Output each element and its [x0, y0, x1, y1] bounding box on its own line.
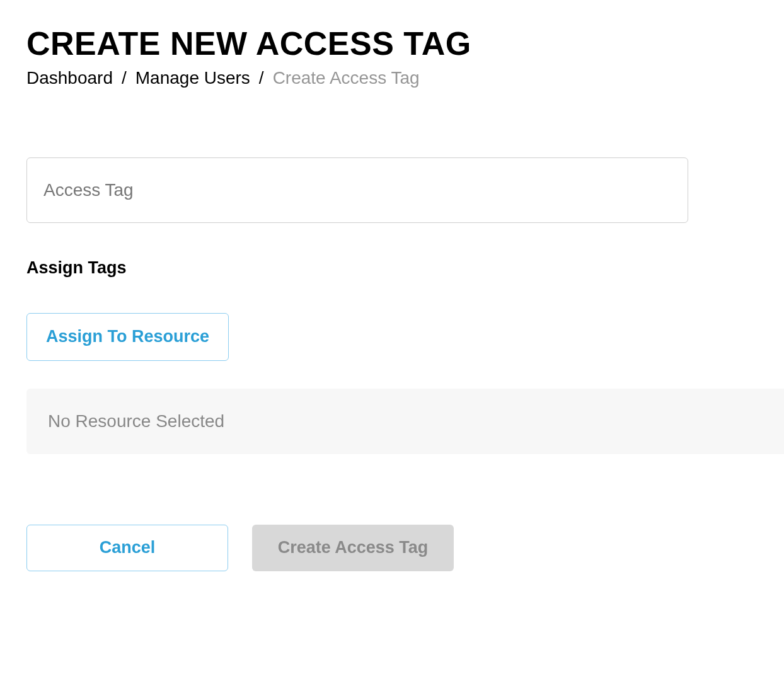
- access-tag-input[interactable]: [26, 157, 688, 223]
- assign-tags-section-title: Assign Tags: [26, 258, 784, 278]
- breadcrumb-separator: /: [122, 68, 127, 88]
- breadcrumb-separator: /: [259, 68, 264, 88]
- footer-actions: Cancel Create Access Tag: [26, 525, 784, 571]
- create-access-tag-button[interactable]: Create Access Tag: [252, 525, 454, 571]
- breadcrumb-item-manage-users[interactable]: Manage Users: [135, 68, 250, 88]
- breadcrumb-item-create-access-tag: Create Access Tag: [273, 68, 420, 88]
- assign-to-resource-button[interactable]: Assign To Resource: [26, 313, 229, 361]
- breadcrumb: Dashboard / Manage Users / Create Access…: [26, 68, 784, 88]
- breadcrumb-item-dashboard[interactable]: Dashboard: [26, 68, 113, 88]
- resource-empty-state: No Resource Selected: [26, 389, 784, 454]
- cancel-button[interactable]: Cancel: [26, 525, 228, 571]
- page-title: CREATE NEW ACCESS TAG: [26, 25, 784, 63]
